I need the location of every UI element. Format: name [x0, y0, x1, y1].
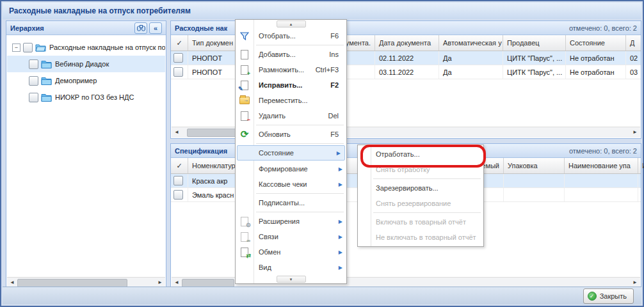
menu-item-forming[interactable]: Формирование ▶ — [236, 161, 346, 177]
exchange-icon: ⇄ — [239, 246, 250, 258]
folder-icon — [41, 76, 52, 85]
row-checkbox[interactable] — [173, 53, 183, 63]
column-clipped[interactable]: И — [638, 158, 644, 173]
status-bar: ✓ Закрыть — [3, 287, 641, 304]
submenu-item-label: Снять отработку — [376, 166, 430, 173]
menu-item-move[interactable]: → Переместить... — [236, 93, 346, 108]
menu-item-exchange[interactable]: ⇄ Обмен ▶ — [236, 244, 346, 260]
submenu-item-unreserve: Снять резервирование — [358, 196, 483, 211]
cell-package — [504, 174, 565, 187]
menu-item-label: Состояние — [259, 149, 344, 157]
column-auto[interactable]: Автоматическая у — [439, 35, 503, 51]
scroll-right-icon[interactable]: ► — [630, 278, 640, 287]
submenu-item-reserve[interactable]: Зарезервировать... — [358, 180, 483, 196]
cell-clipped: 03 — [626, 65, 641, 79]
context-menu: ▲ Отобрать... F6 Добавить... Ins + Размн… — [235, 19, 347, 284]
menu-item-label: Расширения — [259, 217, 346, 225]
scroll-down-icon: ▼ — [289, 278, 293, 281]
hierarchy-panel-header: Иерархия « — [6, 21, 166, 35]
tree-item-demoprimer[interactable]: Демопример — [7, 72, 165, 89]
cell-seller: ЦИТК "Парус", ... — [503, 65, 566, 79]
scroll-left-icon[interactable]: ◄ — [7, 278, 17, 287]
column-doc-date[interactable]: Дата документа — [375, 35, 439, 51]
submenu-arrow-icon: ▶ — [337, 150, 341, 156]
menu-item-shortcut: F2 — [330, 81, 339, 89]
collapse-icon: « — [154, 24, 157, 32]
tree-root-row[interactable]: − Расходные накладные на отпуск потре — [7, 39, 165, 56]
menu-scroll-down[interactable]: ▼ — [236, 275, 346, 283]
menu-item-edit[interactable]: ✎ Исправить... F2 — [236, 77, 346, 93]
documents-counter: отмечено: 0, всего: 2 — [569, 24, 637, 32]
scroll-left-icon[interactable]: ◄ — [172, 278, 182, 287]
scroll-left-icon[interactable]: ◄ — [172, 127, 182, 137]
menu-separator — [256, 45, 344, 45]
submenu-item-unprocess: Снять отработку — [358, 162, 483, 177]
menu-item-state[interactable]: Состояние ▶ — [237, 145, 345, 161]
column-check[interactable]: ✓ — [171, 35, 188, 51]
scroll-right-icon[interactable]: ► — [155, 278, 165, 287]
cell-state: Не отработан — [566, 51, 626, 65]
tree-item-checkbox[interactable] — [29, 76, 38, 86]
row-checkbox[interactable] — [173, 67, 183, 77]
tree-item-vebinar[interactable]: Вебинар Диадок — [7, 56, 165, 72]
submenu-item-label: Не включать в товарный отчёт — [376, 233, 476, 241]
hierarchy-panel: Иерархия « − Расходные накладные на отпу — [6, 20, 166, 289]
submenu-item-include-report: Включать в товарный отчёт — [358, 214, 483, 230]
scroll-right-icon[interactable]: ► — [630, 127, 640, 137]
menu-separator — [256, 193, 344, 194]
menu-item-duplicate[interactable]: + Размножить... Ctrl+F3 — [236, 62, 346, 77]
submenu-item-label: Снять резервирование — [376, 200, 451, 207]
menu-item-label: Исправить... — [259, 81, 330, 89]
row-checkbox[interactable] — [173, 176, 183, 185]
cell-doc-date: 03.11.2022 — [375, 65, 439, 79]
menu-item-refresh[interactable]: ⟳ Обновить F5 — [236, 127, 346, 142]
binoculars-icon — [137, 25, 145, 31]
cell-state: Не отработан — [566, 65, 626, 79]
submenu-item-process[interactable]: Отработать... — [358, 146, 483, 162]
column-seller[interactable]: Продавец — [503, 35, 566, 51]
tree-item-label: НИОКР по ГОЗ без НДС — [55, 93, 134, 101]
menu-item-shortcut: Ins — [329, 51, 339, 58]
row-checkbox[interactable] — [173, 190, 183, 200]
close-button[interactable]: ✓ Закрыть — [583, 288, 634, 304]
menu-item-label: Связи — [259, 233, 346, 240]
menu-item-add[interactable]: Добавить... Ins — [236, 47, 346, 62]
column-check[interactable]: ✓ — [171, 158, 188, 173]
menu-item-shortcut: Ctrl+F3 — [316, 66, 339, 74]
menu-item-shortcut: F5 — [330, 130, 339, 138]
column-clipped[interactable]: Д — [626, 35, 641, 51]
specification-counter: отмечено: 0, всего: 2 — [569, 147, 637, 155]
menu-scroll-up[interactable]: ▲ — [236, 20, 346, 28]
menu-item-label: Переместить... — [259, 97, 346, 104]
tree-root-checkbox[interactable] — [23, 43, 33, 52]
menu-item-select[interactable]: Отобрать... F6 — [236, 28, 346, 43]
menu-item-shortcut: F6 — [330, 32, 339, 40]
menu-item-links[interactable]: ∞ Связи ▶ — [236, 229, 346, 244]
hierarchy-search-button[interactable] — [134, 22, 147, 34]
state-submenu: Отработать... Снять отработку Зарезервир… — [357, 145, 484, 247]
tree-item-checkbox[interactable] — [29, 59, 38, 69]
menu-item-label: Обмен — [259, 248, 346, 256]
tree-expander-icon[interactable]: − — [12, 43, 20, 52]
menu-item-receipts[interactable]: Кассовые чеки ▶ — [236, 177, 346, 192]
hierarchy-panel-title: Иерархия — [10, 24, 44, 32]
submenu-arrow-icon: ▶ — [339, 265, 342, 271]
tree-item-checkbox[interactable] — [29, 93, 38, 102]
tree-item-niokr[interactable]: НИОКР по ГОЗ без НДС — [7, 89, 165, 106]
menu-item-label: Вид — [259, 264, 346, 271]
submenu-arrow-icon: ▶ — [339, 166, 342, 172]
menu-separator — [256, 143, 344, 144]
column-package-name[interactable]: Наименование упа — [565, 158, 638, 173]
window-titlebar: Расходные накладные на отпуск потребител… — [3, 3, 641, 19]
menu-item-delete[interactable]: − Удалить Del — [236, 108, 346, 123]
links-icon: ∞ — [239, 231, 250, 242]
column-state[interactable]: Состояние — [566, 35, 626, 51]
menu-item-view[interactable]: Вид ▶ — [236, 260, 346, 275]
menu-item-signers[interactable]: Подписанты... — [236, 195, 346, 210]
menu-item-label: Кассовые чеки — [259, 180, 346, 188]
column-package[interactable]: Упаковка — [504, 158, 565, 173]
menu-item-extensions[interactable]: ⚙ Расширения ▶ — [236, 214, 346, 229]
menu-item-label: Обновить — [259, 130, 330, 138]
submenu-arrow-icon: ▶ — [339, 249, 342, 255]
hierarchy-collapse-button[interactable]: « — [149, 22, 162, 34]
